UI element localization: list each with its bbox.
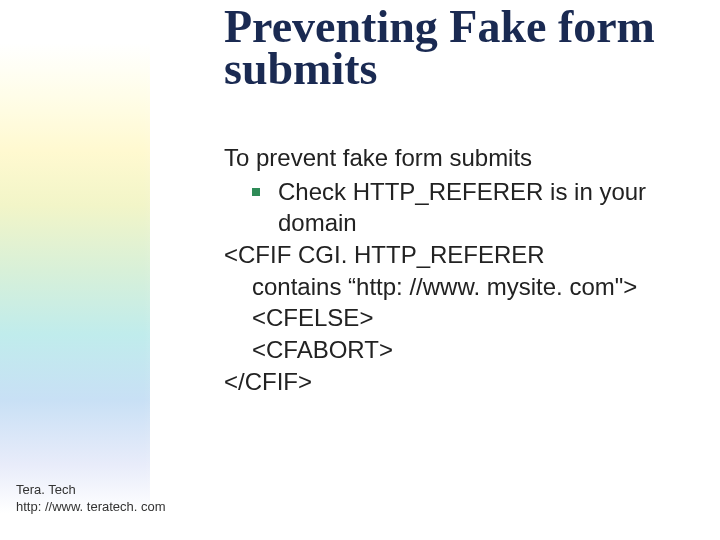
bullet-item: Check HTTP_REFERER is in your domain: [224, 176, 694, 239]
slide-body: To prevent fake form submits Check HTTP_…: [224, 142, 694, 397]
intro-text: To prevent fake form submits: [224, 142, 694, 174]
slide-title: Preventing Fake form submits: [224, 6, 694, 91]
code-line-1: <CFIF CGI. HTTP_REFERER: [224, 239, 694, 271]
footer-url: http: //www. teratech. com: [16, 499, 166, 516]
code-line-5: </CFIF>: [224, 366, 694, 398]
square-bullet-icon: [252, 188, 260, 196]
code-line-2: contains “http: //www. mysite. com">: [224, 271, 694, 303]
code-line-4: <CFABORT>: [224, 334, 694, 366]
background-gradient-fade: [0, 0, 260, 540]
footer: Tera. Tech http: //www. teratech. com: [16, 482, 166, 516]
bullet-text: Check HTTP_REFERER is in your domain: [278, 176, 694, 239]
footer-company: Tera. Tech: [16, 482, 166, 499]
code-line-3: <CFELSE>: [224, 302, 694, 334]
